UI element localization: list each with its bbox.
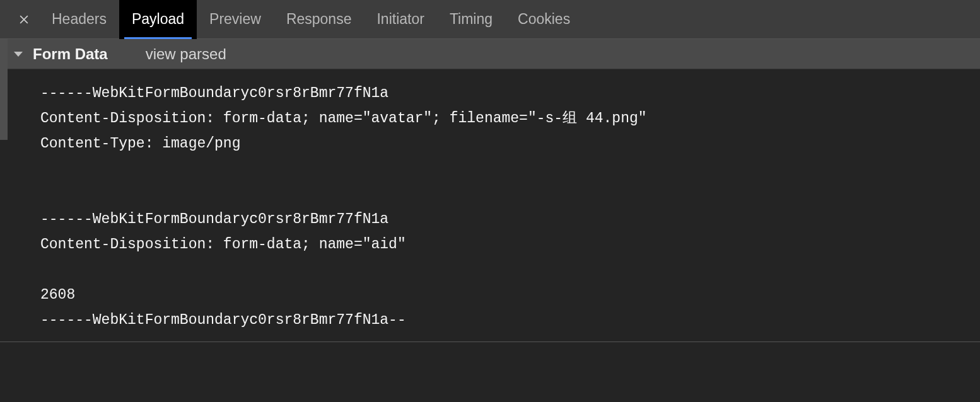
tab-timing[interactable]: Timing [437,0,505,39]
close-panel-button[interactable] [9,0,39,39]
devtools-tab-bar: Headers Payload Preview Response Initiat… [0,0,980,39]
tab-preview[interactable]: Preview [197,0,274,39]
left-panel-edge [0,39,8,140]
section-title: Form Data [33,45,108,63]
form-data-section-header: Form Data view parsed [0,39,980,69]
tab-cookies[interactable]: Cookies [505,0,583,39]
tab-initiator[interactable]: Initiator [364,0,436,39]
tab-headers[interactable]: Headers [39,0,119,39]
view-parsed-toggle[interactable]: view parsed [146,45,226,63]
payload-raw-body: ------WebKitFormBoundaryc0rsr8rBmr77fN1a… [0,69,980,342]
tab-payload[interactable]: Payload [119,0,197,39]
close-icon [18,13,30,26]
caret-down-icon[interactable] [14,52,23,57]
tab-response[interactable]: Response [274,0,365,39]
